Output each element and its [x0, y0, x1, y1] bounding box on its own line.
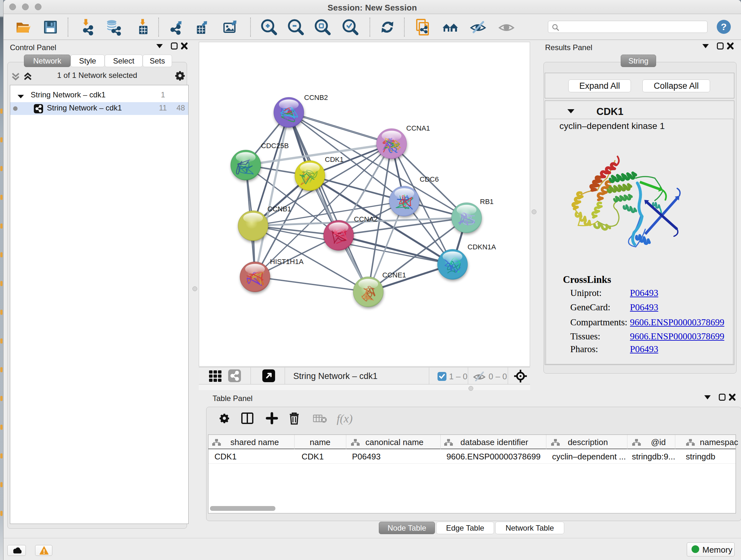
svg-text:CCNE1: CCNE1: [382, 271, 406, 279]
svg-text:CCNA2: CCNA2: [354, 215, 378, 223]
svg-text:RB1: RB1: [480, 198, 494, 206]
svg-text:CDC25B: CDC25B: [261, 142, 289, 150]
svg-text:CCNB2: CCNB2: [304, 94, 328, 102]
svg-text:CDKN1A: CDKN1A: [468, 243, 496, 251]
svg-text:CCNB1: CCNB1: [267, 205, 291, 213]
svg-text:CDK1: CDK1: [325, 155, 344, 164]
svg-text:CDC6: CDC6: [420, 175, 439, 183]
svg-text:CCNA1: CCNA1: [406, 124, 430, 132]
svg-text:?: ?: [721, 21, 727, 32]
svg-text:HIST1H1A: HIST1H1A: [270, 258, 304, 266]
